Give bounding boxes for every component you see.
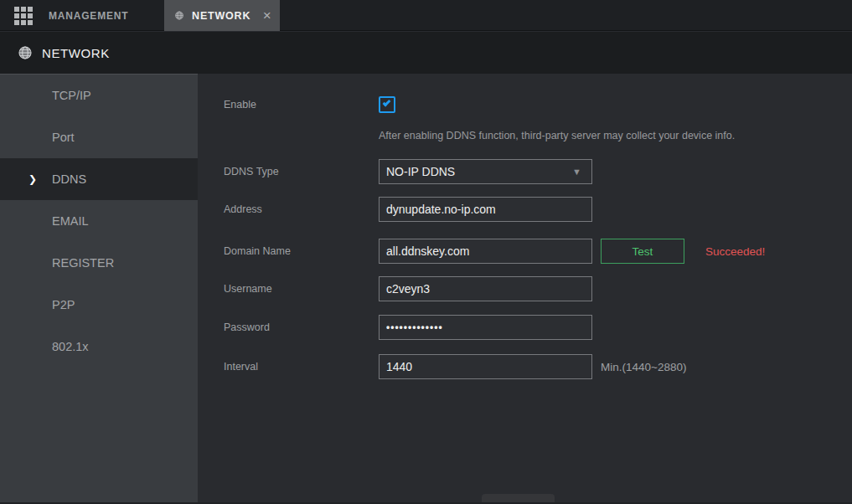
address-label: Address: [198, 203, 379, 215]
domain-name-input[interactable]: [379, 239, 592, 264]
username-input[interactable]: [379, 276, 592, 301]
address-input[interactable]: [379, 197, 592, 222]
page-header: NETWORK: [0, 32, 852, 74]
password-label: Password: [198, 321, 379, 333]
password-row: Password: [198, 315, 852, 340]
sidebar-item-label: REGISTER: [52, 256, 114, 270]
domain-name-label: Domain Name: [198, 245, 379, 257]
test-button[interactable]: Test: [601, 239, 684, 264]
password-input[interactable]: [379, 315, 592, 340]
grid-menu-icon[interactable]: [14, 7, 33, 25]
tab-management-label: MANAGEMENT: [49, 10, 128, 22]
sidebar-item-label: EMAIL: [52, 214, 89, 228]
tab-network-label: NETWORK: [192, 10, 250, 22]
page-title: NETWORK: [42, 46, 110, 60]
ddns-notice-text: After enabling DDNS function, third-part…: [379, 130, 735, 143]
ddns-type-label: DDNS Type: [198, 166, 379, 177]
enable-checkbox[interactable]: [379, 96, 395, 113]
ddns-type-value: NO-IP DDNS: [386, 165, 455, 178]
interval-row: Interval Min.(1440~2880): [198, 354, 852, 379]
enable-label: Enable: [198, 99, 379, 111]
notice-row: After enabling DDNS function, third-part…: [198, 130, 852, 143]
enable-row: Enable: [198, 92, 852, 117]
ddns-settings-form: Enable After enabling DDNS function, thi…: [198, 74, 852, 504]
test-status-text: Succeeded!: [705, 245, 765, 258]
username-label: Username: [198, 283, 379, 295]
sidebar-item-ddns[interactable]: ❯ DDNS: [0, 158, 198, 200]
sidebar-item-label: Port: [52, 131, 75, 144]
sidebar: TCP/IP Port ❯ DDNS EMAIL REGISTER P2P 80…: [0, 74, 198, 504]
sidebar-item-label: TCP/IP: [52, 89, 91, 102]
active-arrow-icon: ❯: [28, 173, 37, 185]
checkmark-icon: [383, 99, 391, 107]
ddns-type-select[interactable]: NO-IP DDNS ▼: [379, 159, 592, 184]
tab-network[interactable]: NETWORK ×: [164, 0, 280, 31]
tab-bar: MANAGEMENT NETWORK ×: [0, 0, 852, 31]
body: TCP/IP Port ❯ DDNS EMAIL REGISTER P2P 80…: [0, 74, 852, 504]
interval-hint: Min.(1440~2880): [601, 361, 686, 373]
sidebar-item-tcpip[interactable]: TCP/IP: [0, 75, 198, 116]
chevron-down-icon: ▼: [572, 167, 581, 177]
sidebar-item-email[interactable]: EMAIL: [0, 200, 198, 242]
sidebar-item-label: 802.1x: [52, 340, 89, 353]
sidebar-item-label: P2P: [52, 298, 75, 311]
sidebar-item-label: DDNS: [52, 172, 86, 186]
globe-icon: [18, 46, 32, 59]
domain-name-row: Domain Name Test Succeeded!: [198, 239, 852, 264]
sidebar-item-8021x[interactable]: 802.1x: [0, 326, 198, 368]
username-row: Username: [198, 276, 852, 301]
tab-management[interactable]: MANAGEMENT: [0, 0, 164, 31]
interval-input[interactable]: [379, 354, 592, 379]
sidebar-item-p2p[interactable]: P2P: [0, 284, 198, 326]
sidebar-item-register[interactable]: REGISTER: [0, 242, 198, 284]
globe-icon: [175, 9, 183, 22]
sidebar-item-port[interactable]: Port: [0, 116, 198, 158]
ddns-type-row: DDNS Type NO-IP DDNS ▼: [198, 159, 852, 184]
close-icon[interactable]: ×: [262, 8, 271, 23]
interval-label: Interval: [198, 361, 379, 373]
address-row: Address: [198, 197, 852, 222]
